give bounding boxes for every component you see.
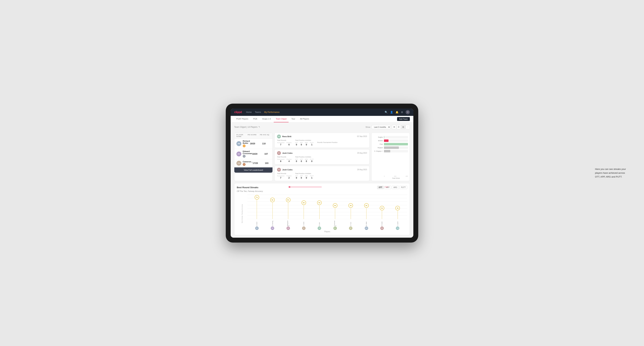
streak-player-col: 6x [264, 195, 280, 219]
rank-badge-3: 3 [243, 163, 246, 166]
streak-bar-line: 5x [304, 205, 304, 219]
streak-player-col: 4x [327, 195, 343, 219]
player-name-vertical: J. Coles [303, 220, 304, 226]
player-name-vertical: B. McHeg [272, 220, 273, 226]
bar-container: 96 [384, 140, 408, 142]
putt-stat: PUTT 1 [310, 175, 314, 179]
streak-bar-line: 3x [382, 211, 382, 219]
subnav-tour[interactable]: Tour [289, 116, 297, 122]
lb-col-avg: PB AVG SQ [260, 134, 270, 137]
rank-badge-2: 2 [243, 155, 246, 158]
x-title: Players [247, 231, 407, 233]
player-card-name: Josh Coles [282, 169, 292, 171]
main-content: Team Clippd | 14 Players ✎ Show Last 3 m… [231, 123, 413, 238]
x-label-item: R. ButlerRB [374, 220, 390, 230]
view-full-leaderboard-button[interactable]: View Full Leaderboard [234, 168, 272, 173]
avatar: CA [236, 161, 241, 166]
player-score: 19/20 [250, 142, 262, 145]
subnav-hcaps[interactable]: Hcaps 1-5 [260, 116, 273, 122]
table-row: RB Richard Butler 1 19/20 110 [234, 139, 272, 149]
player-card-date: 02 Sep 2023 [357, 135, 367, 137]
streak-player-col: 3x [390, 195, 406, 219]
practice-stat: Practice 6 [286, 142, 292, 146]
chart-x-axis: 0 200 400 [373, 175, 408, 177]
player-name-wrap: Richard Butler 1 [243, 140, 250, 147]
player-score: 17/20 [253, 162, 265, 165]
arg-stat: ARG 0 [305, 159, 308, 163]
avatar: EE [255, 226, 259, 230]
rounds-group: Total Rounds Tournament 7 Practice 6 [277, 140, 292, 146]
arg-stat: ARG 0 [305, 175, 308, 179]
rank-badge-1: 1 [243, 145, 246, 147]
app-stat: APP 0 [300, 142, 303, 146]
app-logo: clippd [234, 111, 242, 114]
tournament-stat: Tournament 7 [277, 175, 284, 179]
subnav-all-players[interactable]: All Players [298, 116, 311, 122]
round-types-label: Rounds Tournament Practice [317, 142, 338, 143]
subnav-right: Add Team [397, 117, 410, 121]
card-view-btn[interactable]: ▤ [401, 125, 405, 129]
bell-icon[interactable]: 🔔 [396, 111, 398, 114]
settings-icon[interactable]: ⚙ [401, 111, 403, 114]
subnav-team-clippd[interactable]: Team Clippd [274, 116, 288, 122]
streaks-title: Best Round Streaks [237, 186, 258, 189]
player-card: RB Rees Britt 02 Sep 2023 Total Rounds T… [274, 133, 370, 148]
streak-bubble: 3x [395, 206, 400, 210]
filter-ott[interactable]: OTT [377, 186, 384, 189]
period-select[interactable]: Last 3 months [372, 125, 390, 129]
player-info: CA Cameron... 3 [236, 161, 253, 166]
streak-player-col: 6x [280, 195, 296, 219]
team-title: Team Clippd | 14 Players [234, 126, 258, 128]
streak-player-col: 3x [374, 195, 390, 219]
edit-icon[interactable]: ✎ [258, 126, 260, 128]
add-team-button[interactable]: Add Team [397, 117, 410, 121]
nav-home[interactable]: Home [246, 111, 252, 113]
player-name-vertical: D. Billingham [287, 220, 290, 226]
player-info: EC Edward Crossman 2 [236, 150, 252, 158]
shots-chart-panel: Eagles 3 Birdies [371, 133, 410, 181]
subnav-pga[interactable]: PGA [251, 116, 259, 122]
avatar: EC [334, 226, 337, 230]
person-icon[interactable]: 👤 [390, 111, 393, 114]
grid-view-btn[interactable]: ⊞ [392, 125, 396, 129]
search-icon[interactable]: 🔍 [385, 111, 388, 114]
top-panels: PLAYER NAME PB SCORE PB AVG SQ RB Richar… [234, 133, 410, 181]
avatar: RB [236, 141, 241, 146]
filter-app[interactable]: APP [384, 186, 391, 189]
avatar: DB [286, 226, 290, 230]
subnav-pgat[interactable]: PGAT Players [234, 116, 250, 122]
player-card-name: Rees Britt [282, 135, 292, 138]
practice-stat: Practice 4 [286, 159, 292, 163]
bar-fill [384, 150, 390, 152]
lb-header: PLAYER NAME PB SCORE PB AVG SQ [234, 133, 272, 139]
avatar: MM [365, 226, 368, 230]
table-row: EC Edward Crossman 2 18/20 107 [234, 149, 272, 159]
bar-container: 3 [384, 136, 408, 138]
user-avatar[interactable]: U [406, 110, 410, 114]
player-card: JC Josh Coles 26 Aug 2023 Total Rounds T… [274, 166, 370, 181]
streak-bar-line: 4x [351, 208, 351, 219]
filter-arg[interactable]: ARG [392, 186, 399, 189]
avatar: RB [318, 226, 321, 230]
nav-teams[interactable]: Teams [255, 111, 261, 113]
streak-bar-line: 6x [272, 202, 273, 219]
bar-fill [384, 147, 399, 149]
player-card-stats: Total Rounds Tournament 7 Practice 6 [277, 140, 367, 146]
streak-player-col: 5x [296, 195, 312, 219]
list-view-btn[interactable]: ☰ [396, 125, 401, 129]
player-name-vertical: R. Butler [381, 220, 382, 226]
filter-putt[interactable]: PUTT [400, 186, 407, 189]
more-view-btn[interactable]: ⋮ [406, 125, 410, 129]
player-name-vertical: R. Britt [319, 220, 320, 226]
bar-container: 499 [384, 143, 408, 145]
navbar: clippd Home Teams My Performance 🔍 👤 🔔 ⚙… [231, 109, 413, 116]
avatar: RB [380, 226, 384, 230]
bar-row-eagles: Eagles 3 [373, 136, 408, 138]
view-buttons: ⊞ ☰ ▤ ⋮ [392, 125, 410, 129]
player-avg: 103 [265, 162, 273, 165]
nav-my-performance[interactable]: My Performance [264, 111, 280, 113]
arg-stat: ARG 0 [305, 142, 308, 146]
lb-col-name: PLAYER NAME [236, 134, 248, 137]
player-name-vertical: E. Ebert [256, 220, 258, 226]
player-name: Cameron... [243, 161, 253, 163]
